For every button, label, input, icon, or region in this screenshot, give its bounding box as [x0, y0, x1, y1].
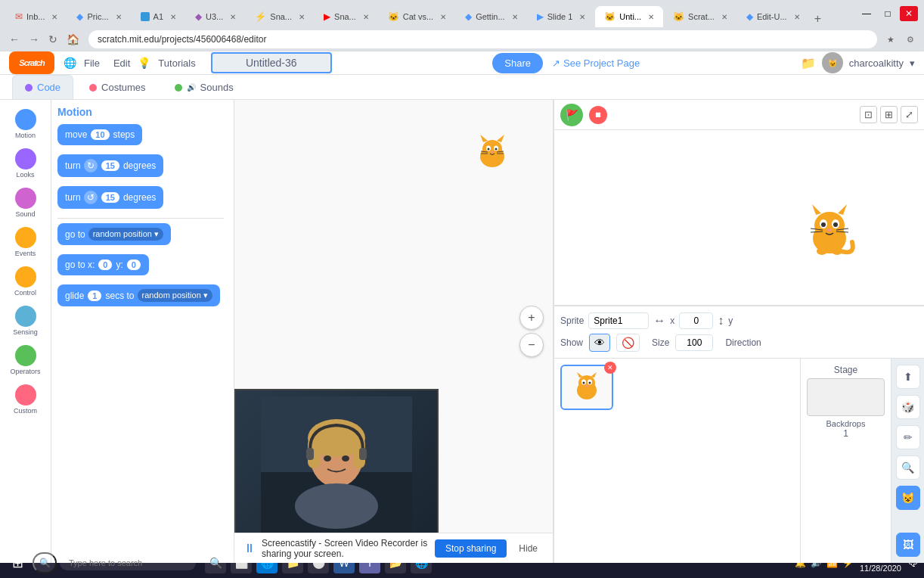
start-button[interactable]: ⊞	[6, 552, 29, 574]
add-backdrop-area: 🖼	[896, 533, 920, 557]
project-name-input[interactable]	[211, 52, 332, 73]
fullscreen-button[interactable]: ⤢	[901, 106, 918, 123]
tutorials-menu[interactable]: Tutorials	[152, 54, 201, 72]
stop-sharing-button[interactable]: Stop sharing	[435, 539, 507, 558]
tab-scratch[interactable]: 🐱 Scrat... ✕	[664, 6, 736, 27]
tab-close-icon[interactable]: ✕	[721, 13, 727, 21]
tab-catvs[interactable]: 🐱 Cat vs... ✕	[379, 6, 455, 27]
tab-close-icon[interactable]: ✕	[440, 13, 446, 21]
tab-sna2[interactable]: ▶ Sna... ✕	[315, 6, 378, 27]
events-color-circle	[15, 227, 36, 248]
x-coord-input[interactable]	[679, 312, 713, 329]
tab-u3[interactable]: ◆ U3... ✕	[186, 6, 245, 27]
backdrops-count: 1	[807, 428, 885, 439]
large-stage-button[interactable]: ⊞	[880, 106, 898, 123]
tab-close-icon[interactable]: ✕	[230, 13, 236, 21]
category-sound[interactable]: Sound	[3, 185, 48, 221]
folder-button[interactable]: 📁	[801, 56, 816, 70]
tab-close-icon[interactable]: ✕	[579, 13, 585, 21]
tab-edit[interactable]: ◆ Edit-U... ✕	[737, 6, 809, 27]
random-sprite-button[interactable]: 🎲	[896, 395, 920, 419]
address-input[interactable]	[88, 30, 877, 48]
see-project-button[interactable]: ↗ See Project Page	[552, 57, 640, 69]
scratch-logo[interactable]: Scratch	[9, 51, 54, 74]
tab-a1[interactable]: A1 ✕	[132, 6, 185, 27]
forward-button[interactable]: →	[26, 32, 42, 47]
svg-marker-26	[812, 204, 821, 215]
tab-untitled[interactable]: 🐱 Unti... ✕	[595, 6, 663, 27]
draw-sprite-button[interactable]: ✏	[896, 425, 920, 449]
tab-sounds[interactable]: 🔊 Sounds	[162, 75, 247, 99]
size-input[interactable]	[675, 334, 713, 351]
tab-slide[interactable]: ▶ Slide 1 ✕	[528, 6, 595, 27]
bookmark-icon[interactable]: ★	[883, 32, 898, 47]
file-menu[interactable]: File	[78, 54, 106, 72]
zoom-in-button[interactable]: +	[519, 306, 544, 330]
stop-button[interactable]: ⏹	[589, 106, 607, 124]
show-visible-button[interactable]: 👁	[589, 334, 610, 352]
webcam-overlay	[234, 389, 439, 540]
tab-close-icon[interactable]: ✕	[51, 13, 57, 21]
tab-inbox[interactable]: ✉ Inb... ✕	[6, 6, 67, 27]
zoom-out-button[interactable]: −	[519, 333, 544, 357]
small-stage-button[interactable]: ⊡	[860, 106, 877, 123]
share-button[interactable]: Share	[492, 53, 543, 73]
category-control[interactable]: Control	[3, 263, 48, 300]
category-motion[interactable]: Motion	[3, 106, 48, 142]
block-glide[interactable]: glide 1 secs to random position ▾	[57, 284, 228, 311]
stage-thumbnail[interactable]	[807, 378, 885, 416]
tab-costumes[interactable]: Costumes	[76, 75, 159, 99]
motion-color-circle	[15, 109, 36, 130]
taskbar-search-input[interactable]	[60, 555, 196, 570]
go-to-dropdown[interactable]: random position ▾	[88, 228, 163, 241]
taskbar-icon-cortana[interactable]: 🔍	[205, 552, 226, 573]
hide-button[interactable]: Hide	[513, 539, 544, 558]
tab-pric[interactable]: ◆ Pric... ✕	[67, 6, 130, 27]
close-button[interactable]: ✕	[900, 6, 918, 21]
search-taskbar-button[interactable]: 🔍	[33, 552, 57, 573]
tab-close-icon[interactable]: ✕	[299, 13, 305, 21]
maximize-button[interactable]: □	[879, 6, 897, 21]
tab-close-icon[interactable]: ✕	[170, 13, 176, 21]
code-panel[interactable]: + − ⏸ Screencastify - Screen Video Recor…	[234, 100, 553, 563]
stage-canvas[interactable]	[554, 130, 924, 305]
block-go-to-xy[interactable]: go to x: 0 y: 0	[57, 254, 228, 280]
block-go-to[interactable]: go to random position ▾	[57, 223, 228, 250]
glide-dropdown[interactable]: random position ▾	[138, 289, 212, 302]
tab-getting[interactable]: ◆ Gettin... ✕	[456, 6, 527, 27]
category-custom[interactable]: Custom	[3, 381, 48, 418]
tab-sna1[interactable]: ⚡ Sna... ✕	[246, 6, 314, 27]
sprite-thumbnail-sprite1[interactable]: ✕	[560, 365, 613, 410]
home-button[interactable]: 🏠	[64, 32, 82, 47]
search-sprite-button[interactable]: 🔍	[896, 455, 920, 480]
edit-menu[interactable]: Edit	[107, 54, 136, 72]
tab-close-icon[interactable]: ✕	[512, 13, 518, 21]
refresh-button[interactable]: ↻	[45, 32, 60, 47]
sprite-list: ✕	[554, 359, 800, 564]
upload-sprite-button[interactable]: ⬆	[896, 365, 920, 389]
category-looks[interactable]: Looks	[3, 145, 48, 182]
block-move-steps[interactable]: move 10 steps	[57, 124, 228, 150]
screencastify-banner: ⏸ Screencastify - Screen Video Recorder …	[234, 533, 553, 563]
add-sprite-button[interactable]: 😺	[896, 486, 920, 510]
show-hidden-button[interactable]: 🚫	[616, 334, 640, 352]
category-sensing[interactable]: Sensing	[3, 303, 48, 339]
tab-close-icon[interactable]: ✕	[648, 13, 654, 21]
tab-code[interactable]: Code	[12, 75, 73, 99]
tab-close-icon[interactable]: ✕	[363, 13, 369, 21]
tab-close-icon[interactable]: ✕	[794, 13, 800, 21]
category-events[interactable]: Events	[3, 224, 48, 260]
minimize-button[interactable]: —	[857, 6, 876, 21]
sprite-delete-button[interactable]: ✕	[604, 362, 616, 374]
tab-close-icon[interactable]: ✕	[116, 13, 122, 21]
back-button[interactable]: ←	[6, 32, 23, 47]
user-dropdown-icon[interactable]: ▾	[910, 57, 915, 69]
sprite-name-input[interactable]	[588, 312, 649, 329]
add-backdrop-button[interactable]: 🖼	[896, 533, 920, 557]
extensions-icon[interactable]: ⚙	[903, 32, 918, 47]
new-tab-button[interactable]: +	[810, 11, 826, 27]
category-operators[interactable]: Operators	[3, 342, 48, 378]
green-flag-button[interactable]: 🚩	[560, 104, 583, 126]
block-turn-left[interactable]: turn ↺ 15 degrees	[57, 186, 228, 213]
block-turn-right[interactable]: turn ↻ 15 degrees	[57, 154, 228, 182]
